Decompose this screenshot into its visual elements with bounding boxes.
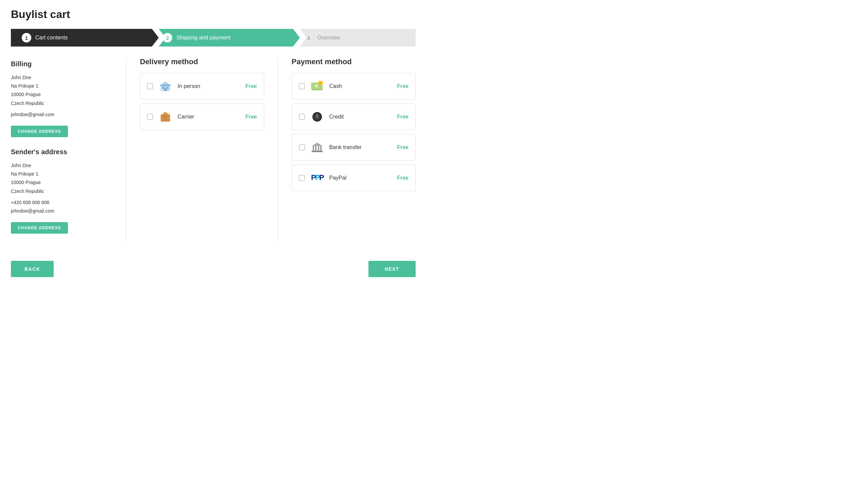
delivery-option-carrier[interactable]: Carrier Free <box>140 104 264 130</box>
svg-rect-21 <box>315 146 316 151</box>
sender-phone: +420 606 606 606 <box>11 198 115 207</box>
back-button[interactable]: BACK <box>11 261 54 277</box>
payment-name-paypal: PayPal <box>329 175 392 181</box>
sender-section: Sender's address John Doe Na Prikope 1 1… <box>11 148 115 242</box>
sender-change-address-button[interactable]: CHANGE ADDRESS <box>11 222 68 234</box>
main-content: Billing John Doe Na Prikope 1 10000 Prag… <box>11 57 416 242</box>
sender-email: johndoe@gmail.com <box>11 207 115 215</box>
page-title: Buylist cart <box>11 8 416 21</box>
billing-address1: Na Prikope 1 <box>11 82 115 90</box>
delivery-name-carrier: Carrier <box>178 114 240 120</box>
svg-point-12 <box>315 84 318 88</box>
delivery-name-in-person: In person <box>178 83 240 89</box>
sender-address2: 10000 Prague <box>11 178 115 187</box>
svg-text:P: P <box>319 173 324 182</box>
payment-option-credit[interactable]: Credit Free <box>292 104 416 130</box>
sender-country: Czech Republic <box>11 187 115 196</box>
payment-name-bank-transfer: Bank transfer <box>329 144 392 150</box>
svg-text:$: $ <box>320 82 321 85</box>
step-1-label: Cart contents <box>35 35 68 41</box>
payment-panel: Payment method $ Cash Free <box>278 57 416 242</box>
cash-icon: $ <box>310 79 324 93</box>
paypal-icon: P P P <box>310 171 324 185</box>
payment-option-bank-transfer[interactable]: Bank transfer Free <box>292 134 416 161</box>
billing-title: Billing <box>11 60 115 68</box>
payment-checkbox-cash[interactable] <box>299 83 305 89</box>
payment-checkbox-paypal[interactable] <box>299 175 305 181</box>
svg-rect-9 <box>161 115 170 116</box>
in-person-icon <box>159 79 172 93</box>
payment-name-credit: Credit <box>329 114 392 120</box>
bank-transfer-icon <box>310 141 324 154</box>
bottom-bar: BACK NEXT <box>11 255 416 277</box>
step-1: 1 Cart contents <box>11 29 159 47</box>
svg-marker-4 <box>160 82 171 85</box>
billing-email: johndoe@gmail.com <box>11 110 115 119</box>
payment-price-credit: Free <box>397 114 409 120</box>
step-3-label: Overview <box>317 35 340 41</box>
billing-address: John Doe Na Prikope 1 10000 Prague Czech… <box>11 73 115 119</box>
sender-address: John Doe Na Prikope 1 10000 Prague Czech… <box>11 161 115 215</box>
sender-address1: Na Prikope 1 <box>11 170 115 178</box>
delivery-checkbox-in-person[interactable] <box>147 83 153 89</box>
payment-title: Payment method <box>292 57 416 66</box>
payment-price-bank-transfer: Free <box>397 144 409 150</box>
svg-marker-19 <box>312 143 323 146</box>
step-1-number: 1 <box>22 33 31 42</box>
payment-option-paypal[interactable]: P P P PayPal Free <box>292 165 416 191</box>
svg-rect-22 <box>318 146 319 151</box>
payment-name-cash: Cash <box>329 83 392 89</box>
delivery-price-carrier: Free <box>246 114 257 120</box>
delivery-title: Delivery method <box>140 57 264 66</box>
svg-rect-23 <box>320 146 322 151</box>
step-3: 3 Overview <box>293 29 416 47</box>
carrier-icon <box>159 110 172 124</box>
payment-checkbox-bank-transfer[interactable] <box>299 144 305 150</box>
next-button[interactable]: NEXT <box>368 261 416 277</box>
svg-rect-20 <box>313 146 314 151</box>
step-2-label: Shipping and payment <box>176 35 230 41</box>
payment-price-cash: Free <box>397 83 409 89</box>
step-2: 2 Shipping and payment <box>152 29 300 47</box>
sender-title: Sender's address <box>11 148 115 156</box>
billing-name: John Doe <box>11 73 115 82</box>
sender-name: John Doe <box>11 161 115 170</box>
svg-rect-3 <box>164 88 167 91</box>
billing-address2: 10000 Prague <box>11 90 115 99</box>
svg-rect-8 <box>164 112 167 122</box>
credit-icon <box>310 110 324 124</box>
payment-option-cash[interactable]: $ Cash Free <box>292 73 416 100</box>
delivery-checkbox-carrier[interactable] <box>147 114 153 120</box>
billing-section: Billing John Doe Na Prikope 1 10000 Prag… <box>11 60 115 145</box>
billing-change-address-button[interactable]: CHANGE ADDRESS <box>11 126 68 137</box>
svg-point-18 <box>316 115 319 118</box>
stepper: 1 Cart contents 2 Shipping and payment 3… <box>11 29 416 47</box>
delivery-price-in-person: Free <box>246 83 257 89</box>
svg-rect-5 <box>160 85 171 86</box>
billing-country: Czech Republic <box>11 99 115 108</box>
payment-price-paypal: Free <box>397 175 409 181</box>
delivery-option-in-person[interactable]: In person Free <box>140 73 264 100</box>
svg-rect-24 <box>312 151 323 152</box>
payment-checkbox-credit[interactable] <box>299 114 305 120</box>
delivery-panel: Delivery method In person Free <box>126 57 278 242</box>
step-2-number: 2 <box>163 33 172 42</box>
step-3-number: 3 <box>304 33 313 42</box>
left-panel: Billing John Doe Na Prikope 1 10000 Prag… <box>11 57 126 242</box>
